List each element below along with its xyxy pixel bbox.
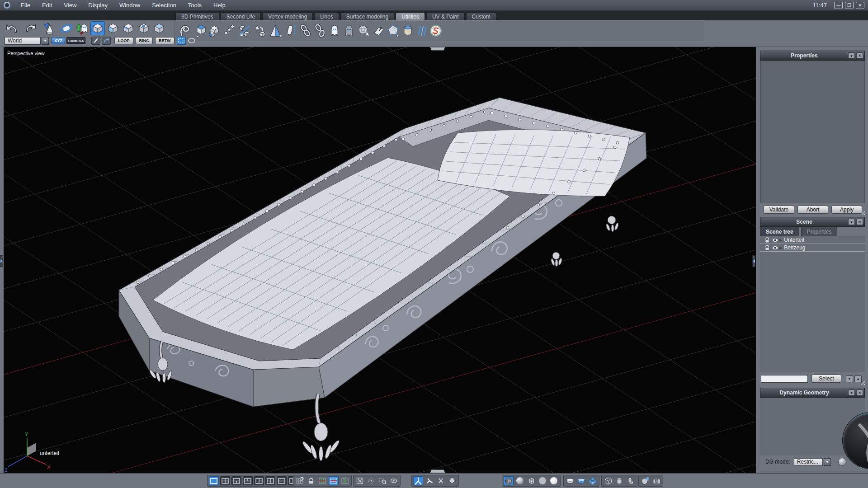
left-panel-expand-handle[interactable] bbox=[0, 255, 3, 267]
properties-collapse-button[interactable]: ▾ bbox=[848, 52, 855, 59]
world-space-select[interactable]: World bbox=[5, 37, 41, 45]
menu-edit[interactable]: Edit bbox=[36, 0, 58, 11]
layout-top-wide-button[interactable] bbox=[231, 476, 241, 485]
eye-icon[interactable] bbox=[772, 245, 778, 250]
move-down-button[interactable]: ▼ bbox=[846, 375, 853, 382]
bowl-blue-button[interactable] bbox=[576, 476, 586, 485]
shade-wireframe-button[interactable] bbox=[504, 476, 514, 485]
stretch-tool-button[interactable] bbox=[177, 22, 192, 40]
abort-button[interactable]: Abort bbox=[797, 206, 828, 214]
layout-bottom-wide-button[interactable] bbox=[243, 476, 253, 485]
undo-button[interactable] bbox=[5, 21, 20, 36]
grid-horizontal-button[interactable] bbox=[329, 476, 339, 485]
scene-panel-header[interactable]: Scene ▾ ✕ bbox=[760, 217, 865, 227]
redo-button[interactable] bbox=[23, 21, 38, 36]
properties-close-button[interactable]: ✕ bbox=[856, 52, 863, 59]
scene-collapse-button[interactable]: ▾ bbox=[848, 219, 855, 225]
sweep-tool-button[interactable] bbox=[284, 22, 298, 40]
expander-icon[interactable]: ▶ bbox=[779, 238, 782, 242]
world-dropdown-button[interactable]: ▼ bbox=[42, 37, 49, 45]
tree-item-label[interactable]: Bettzeug bbox=[784, 244, 805, 251]
menu-selection[interactable]: Selection bbox=[146, 0, 182, 11]
tree-row-unterteil[interactable]: ▶ Unterteil bbox=[760, 236, 865, 244]
brush-tool-button[interactable] bbox=[415, 22, 429, 40]
select-edge-mode-button[interactable] bbox=[121, 21, 136, 35]
zoom-region-button[interactable] bbox=[377, 476, 387, 485]
menu-help[interactable]: Help bbox=[208, 0, 231, 11]
unlink-tool-button[interactable] bbox=[313, 22, 327, 40]
layout-quad-button[interactable] bbox=[220, 476, 230, 485]
bowl-gray-button[interactable] bbox=[565, 476, 575, 485]
menu-tools[interactable]: Tools bbox=[182, 0, 208, 11]
grid-axes-button[interactable] bbox=[317, 476, 327, 485]
scale-manipulator-button[interactable] bbox=[436, 476, 446, 485]
shade-wire-shaded-button[interactable] bbox=[526, 476, 536, 485]
sphere-cluster-button[interactable] bbox=[588, 476, 598, 485]
bed-model[interactable] bbox=[119, 98, 646, 461]
flatten-arrow-button[interactable] bbox=[447, 476, 457, 485]
ring-button[interactable]: RING bbox=[136, 37, 153, 44]
tab-scene-tree[interactable]: Scene tree bbox=[760, 227, 799, 236]
shade-smooth-button[interactable] bbox=[515, 476, 525, 485]
gizmo-manipulator-button[interactable] bbox=[413, 476, 423, 485]
cut-slice-tool-button[interactable] bbox=[237, 22, 252, 40]
dg-mode-dropdown-button[interactable]: ▼ bbox=[824, 458, 831, 466]
shade-bright-button[interactable] bbox=[549, 476, 559, 485]
select-point-mode-button[interactable] bbox=[137, 21, 151, 35]
right-panel-expand-handle[interactable] bbox=[752, 255, 755, 267]
hexagon-ball-icon[interactable] bbox=[843, 413, 868, 469]
loop-button[interactable]: LOOP bbox=[114, 37, 133, 44]
grid-vertical-button[interactable] bbox=[340, 476, 350, 485]
render-sphere-button[interactable] bbox=[640, 476, 650, 485]
grid-hook-button[interactable] bbox=[295, 476, 305, 485]
tab-custom[interactable]: Custom bbox=[466, 12, 496, 20]
close-button[interactable]: ✕ bbox=[856, 2, 864, 9]
viewport-title[interactable]: Perspective view bbox=[7, 51, 45, 56]
expander-icon[interactable]: ▶ bbox=[779, 246, 782, 250]
layout-rows-button[interactable] bbox=[277, 476, 287, 485]
xyz-mode-button[interactable]: XYZ bbox=[52, 37, 65, 44]
pyramid-tool-button[interactable] bbox=[269, 22, 283, 40]
copy-tool-button[interactable] bbox=[193, 22, 207, 40]
lock-snap-button[interactable] bbox=[306, 476, 316, 485]
dg-close-button[interactable]: ✕ bbox=[856, 389, 863, 396]
tab-second-life[interactable]: Second Life bbox=[221, 12, 261, 20]
tab-utilities[interactable]: Utilities bbox=[396, 12, 425, 20]
layout-right-tall-button[interactable] bbox=[265, 476, 275, 485]
orbit-camera-tool[interactable] bbox=[59, 21, 74, 36]
morph-tool-button[interactable] bbox=[252, 22, 267, 40]
link-tool-button[interactable] bbox=[298, 22, 313, 40]
paint-select-button[interactable] bbox=[91, 37, 100, 45]
select-face-mode-button[interactable] bbox=[106, 21, 120, 35]
select-button[interactable]: Select bbox=[811, 375, 841, 383]
perspective-viewport[interactable]: Y X Z unterteil Perspective view bbox=[4, 47, 756, 473]
cone-select-tool[interactable] bbox=[42, 21, 57, 36]
snapshot-camera-button[interactable] bbox=[651, 476, 661, 485]
cylinder-display-button[interactable] bbox=[614, 476, 624, 485]
select-auto-mode-button[interactable] bbox=[152, 21, 166, 35]
second-life-export-button[interactable] bbox=[429, 22, 443, 40]
move-up-button[interactable]: ▲ bbox=[854, 375, 862, 382]
grow-select-button[interactable] bbox=[102, 37, 111, 45]
multi-copy-tool-button[interactable] bbox=[207, 22, 222, 40]
hide-ghost-tool-button[interactable] bbox=[342, 22, 356, 40]
select-object-tool-button[interactable] bbox=[356, 22, 371, 40]
plane-tool-button[interactable] bbox=[372, 22, 386, 40]
frame-selection-button[interactable] bbox=[366, 476, 376, 485]
minimize-button[interactable]: — bbox=[834, 2, 843, 9]
menu-window[interactable]: Window bbox=[113, 0, 146, 11]
shade-flat-button[interactable] bbox=[538, 476, 547, 485]
menu-view[interactable]: View bbox=[58, 0, 82, 11]
dg-panel-header[interactable]: Dynamic Geometry ▾ ✕ bbox=[760, 388, 865, 398]
tree-item-label[interactable]: Unterteil bbox=[784, 237, 804, 243]
dg-collapse-button[interactable]: ▾ bbox=[848, 389, 855, 396]
camera-mode-button[interactable]: CAMERA bbox=[66, 37, 85, 44]
tab-3d-primitives[interactable]: 3D Primitives bbox=[175, 12, 219, 20]
rotate-manipulator-button[interactable] bbox=[425, 476, 434, 485]
properties-panel-header[interactable]: Properties ▾ ✕ bbox=[760, 51, 865, 61]
lock-icon[interactable] bbox=[764, 245, 770, 251]
show-ghost-tool-button[interactable] bbox=[327, 22, 342, 40]
eye-navigate-button[interactable] bbox=[389, 476, 399, 485]
tab-scene-properties[interactable]: Properties bbox=[801, 227, 838, 236]
scene-filter-input[interactable] bbox=[761, 375, 808, 383]
